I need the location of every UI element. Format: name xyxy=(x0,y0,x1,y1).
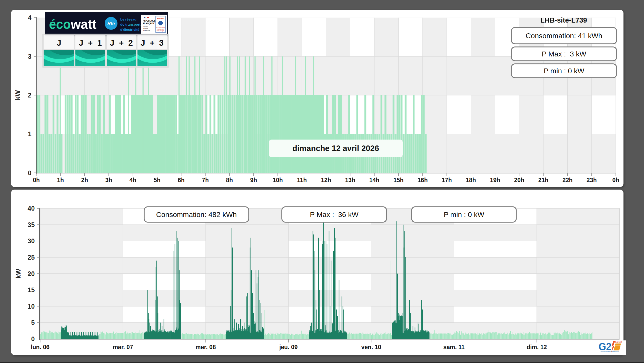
svg-text:Fraternité: Fraternité xyxy=(143,30,150,31)
svg-text:22h: 22h xyxy=(562,177,573,183)
svg-text:20h: 20h xyxy=(514,177,524,183)
svg-text:8h: 8h xyxy=(226,177,233,183)
svg-text:kW: kW xyxy=(14,90,22,100)
svg-text:1: 1 xyxy=(28,130,32,138)
svg-text:Optimisation des ressources én: Optimisation des ressources énergétiques xyxy=(600,351,619,352)
svg-text:2: 2 xyxy=(28,92,32,99)
svg-text:J + 2: J + 2 xyxy=(110,38,133,47)
svg-text:Consommation: 482 kWh: Consommation: 482 kWh xyxy=(156,211,237,219)
svg-text:17h: 17h xyxy=(442,177,452,183)
svg-text:0h: 0h xyxy=(33,177,40,183)
svg-text:Rte: Rte xyxy=(107,21,115,26)
svg-text:kW: kW xyxy=(14,269,22,279)
svg-text:RÉPUBLIQUE: RÉPUBLIQUE xyxy=(143,19,155,22)
svg-text:0: 0 xyxy=(31,335,35,342)
svg-text:9h: 9h xyxy=(250,177,257,183)
svg-text:FRANÇAISE: FRANÇAISE xyxy=(143,22,155,25)
svg-text:12h: 12h xyxy=(321,177,331,183)
svg-text:Égalité: Égalité xyxy=(143,28,148,29)
svg-text:1h: 1h xyxy=(57,177,64,183)
svg-text:watt: watt xyxy=(71,17,96,32)
svg-text:0h: 0h xyxy=(612,177,619,183)
svg-text:2h: 2h xyxy=(81,177,88,183)
svg-text:15: 15 xyxy=(27,286,35,293)
svg-text:7h: 7h xyxy=(202,177,209,183)
svg-text:3: 3 xyxy=(28,53,32,60)
svg-text:mer. 08: mer. 08 xyxy=(195,344,216,350)
svg-text:10: 10 xyxy=(27,303,35,310)
svg-text:35: 35 xyxy=(27,221,35,228)
svg-text:sam. 11: sam. 11 xyxy=(443,344,465,350)
svg-text:d'électricité: d'électricité xyxy=(120,28,140,32)
svg-text:18h: 18h xyxy=(466,177,476,183)
svg-text:P min : 0 kW: P min : 0 kW xyxy=(544,67,584,75)
svg-text:Consommation: 41 kWh: Consommation: 41 kWh xyxy=(526,32,602,40)
svg-text:jeu. 09: jeu. 09 xyxy=(279,344,298,350)
svg-text:dim. 12: dim. 12 xyxy=(527,344,547,350)
svg-text:0: 0 xyxy=(28,169,32,176)
svg-text:Liberté: Liberté xyxy=(143,26,148,27)
svg-text:FRANCE: FRANCE xyxy=(614,341,622,343)
svg-text:P Max : 36 kW: P Max : 36 kW xyxy=(310,211,359,219)
svg-text:lun. 06: lun. 06 xyxy=(31,344,49,350)
svg-text:TRANSITION: TRANSITION xyxy=(157,29,164,30)
svg-text:P min : 0 kW: P min : 0 kW xyxy=(444,211,484,219)
svg-text:LHB-site-L739: LHB-site-L739 xyxy=(540,16,587,24)
svg-text:3h: 3h xyxy=(105,177,112,183)
svg-text:dimanche 12 avril 2026: dimanche 12 avril 2026 xyxy=(292,144,379,153)
svg-text:40: 40 xyxy=(27,205,35,212)
svg-text:ven. 10: ven. 10 xyxy=(361,344,381,350)
svg-text:15h: 15h xyxy=(393,177,404,183)
svg-text:J: J xyxy=(57,38,61,47)
svg-text:25: 25 xyxy=(27,254,35,261)
svg-text:ADEME: ADEME xyxy=(157,17,165,19)
svg-text:13h: 13h xyxy=(345,177,355,183)
svg-text:5: 5 xyxy=(31,319,35,326)
svg-text:Le réseau: Le réseau xyxy=(120,17,136,21)
svg-text:16h: 16h xyxy=(418,177,428,183)
svg-text:de transport: de transport xyxy=(120,23,141,26)
svg-text:J + 3: J + 3 xyxy=(141,38,164,47)
svg-text:10h: 10h xyxy=(273,177,283,183)
svg-text:5h: 5h xyxy=(154,177,161,183)
svg-text:AGENCE DE LA: AGENCE DE LA xyxy=(156,27,165,28)
svg-text:14h: 14h xyxy=(369,177,380,183)
svg-text:20: 20 xyxy=(27,270,35,277)
svg-text:30: 30 xyxy=(27,237,35,244)
svg-text:4h: 4h xyxy=(130,177,136,183)
svg-text:ÉCOLOGIQUE: ÉCOLOGIQUE xyxy=(157,30,164,32)
svg-text:19h: 19h xyxy=(490,177,500,183)
svg-text:J + 1: J + 1 xyxy=(79,38,102,47)
svg-text:mar. 07: mar. 07 xyxy=(113,344,133,350)
svg-text:4: 4 xyxy=(28,14,32,21)
svg-text:6h: 6h xyxy=(178,177,185,183)
svg-text:21h: 21h xyxy=(538,177,549,183)
svg-text:23h: 23h xyxy=(587,177,597,183)
svg-text:P Max : 3 kW: P Max : 3 kW xyxy=(542,50,586,58)
svg-text:éco: éco xyxy=(49,17,71,32)
svg-text:11h: 11h xyxy=(297,177,307,183)
